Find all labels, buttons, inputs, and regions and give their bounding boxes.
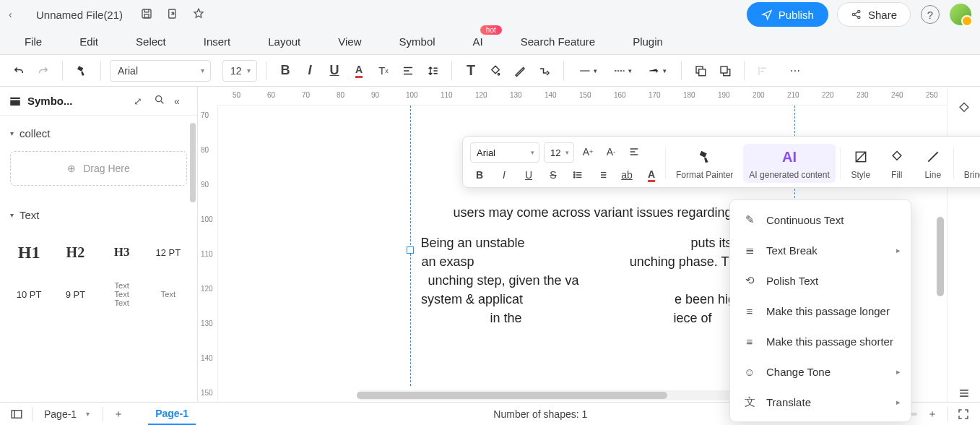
guide-left[interactable] <box>410 106 411 386</box>
menu-plugin[interactable]: Plugin <box>633 35 663 48</box>
float-line[interactable]: Line <box>917 147 949 180</box>
send-back-button[interactable] <box>715 61 735 81</box>
ai-make-shorter[interactable]: ≡Make this passage shorter <box>730 326 911 356</box>
panel-scrollbar[interactable] <box>190 123 196 202</box>
float-fill[interactable]: Fill <box>881 147 913 180</box>
publish-button[interactable]: Publish <box>747 2 828 27</box>
ai-text-break[interactable]: ≣Text Break▸ <box>730 235 911 265</box>
clear-format-button[interactable]: Tx <box>373 61 394 81</box>
float-size-select[interactable]: 12 <box>544 142 574 163</box>
text-tool-button[interactable]: T <box>461 61 481 81</box>
plus-icon: ⊕ <box>67 163 76 174</box>
float-italic[interactable]: I <box>495 166 513 184</box>
float-align[interactable] <box>625 142 643 161</box>
menu-symbol[interactable]: Symbol <box>399 35 435 48</box>
redo-button[interactable] <box>33 61 53 81</box>
line-dash-button[interactable]: ▾ <box>607 61 638 81</box>
ai-translate[interactable]: 文Translate▸ <box>730 387 911 417</box>
text-h3[interactable]: H3 <box>100 233 144 272</box>
ai-make-longer[interactable]: ≡Make this passage longer <box>730 296 911 326</box>
ruler-vertical: 708090100110120130140150 <box>198 106 218 402</box>
share-button[interactable]: Share <box>837 2 911 27</box>
align-button[interactable] <box>398 61 418 81</box>
text-stack[interactable]: Text Text Text <box>100 275 144 314</box>
ai-change-tone[interactable]: ☺Change Tone▸ <box>730 356 911 387</box>
text-10pt[interactable]: 10 PT <box>7 275 51 314</box>
panel-search-icon[interactable] <box>154 94 168 108</box>
rail-fill-icon[interactable] <box>955 100 973 117</box>
float-case[interactable]: ab <box>617 166 636 184</box>
format-painter-button[interactable] <box>71 61 92 81</box>
menu-layout[interactable]: Layout <box>268 35 300 48</box>
line-style-button[interactable]: ▾ <box>573 61 603 81</box>
menu-file[interactable]: File <box>25 35 42 48</box>
more-tools-button[interactable]: ⋯ <box>785 61 805 81</box>
float-strike[interactable]: S <box>544 166 563 184</box>
page-tab-active[interactable]: Page-1 <box>148 403 196 425</box>
menu-edit[interactable]: Edit <box>79 35 98 48</box>
float-ai-content[interactable]: AI AI generated content <box>743 144 835 183</box>
italic-button[interactable]: I <box>300 61 320 81</box>
vertical-scrollbar[interactable] <box>937 217 944 296</box>
export-icon[interactable] <box>166 7 179 22</box>
undo-button[interactable] <box>9 61 29 81</box>
ai-continuous-text[interactable]: ✎Continuous Text <box>730 205 911 235</box>
panel-collapse-icon[interactable]: « <box>174 95 188 107</box>
document-text[interactable]: users may come across variant issues reg… <box>420 203 781 328</box>
text-9pt[interactable]: 9 PT <box>53 275 97 314</box>
back-button[interactable]: ‹ <box>9 9 23 20</box>
float-bullets[interactable] <box>568 166 587 184</box>
float-decrease-font[interactable]: A- <box>602 142 620 161</box>
ai-polish-text[interactable]: ⟲Polish Text <box>730 265 911 296</box>
menu-select[interactable]: Select <box>136 35 166 48</box>
float-font-select[interactable]: Arial <box>470 142 539 163</box>
star-icon[interactable] <box>192 7 205 22</box>
menu-insert[interactable]: Insert <box>204 35 231 48</box>
zoom-in-button[interactable]: ＋ <box>924 406 940 422</box>
float-style[interactable]: Style <box>845 147 877 180</box>
float-format-painter[interactable]: Format Painter <box>670 147 739 180</box>
connector-button[interactable] <box>534 61 555 81</box>
rail-list-icon[interactable] <box>955 385 973 402</box>
menu-search-feature[interactable]: Search Feature <box>521 35 595 48</box>
selection-handle-left[interactable] <box>407 246 414 254</box>
panel-expand-icon[interactable]: ⤢ <box>134 95 148 107</box>
font-size-select[interactable]: 12 <box>222 60 257 82</box>
fullscreen-button[interactable] <box>955 406 971 422</box>
align-objects-button[interactable] <box>753 61 773 81</box>
shapes-count: Number of shapes: 1 <box>493 408 587 420</box>
text-color-button[interactable]: A <box>349 61 369 81</box>
doc-line-1: users may come across variant issues reg… <box>420 203 781 222</box>
section-collect[interactable]: collect <box>0 116 197 147</box>
section-text[interactable]: Text <box>0 197 197 228</box>
panel-title: Symbo... <box>27 95 128 107</box>
outline-toggle[interactable] <box>9 406 25 422</box>
float-text-color[interactable]: A <box>642 166 661 184</box>
underline-button[interactable]: U <box>324 61 344 81</box>
horizontal-scrollbar[interactable] <box>357 390 745 400</box>
float-bring-front[interactable]: Bring to Front <box>958 147 980 180</box>
avatar[interactable] <box>950 4 971 25</box>
text-h2[interactable]: H2 <box>53 233 97 272</box>
drag-here-box[interactable]: ⊕ Drag Here <box>10 151 187 186</box>
help-icon[interactable]: ? <box>921 5 940 24</box>
bold-button[interactable]: B <box>275 61 295 81</box>
menu-ai[interactable]: AIhot <box>473 35 483 48</box>
text-small[interactable]: Text <box>147 275 190 314</box>
font-select[interactable]: Arial <box>110 60 211 82</box>
float-increase-font[interactable]: A+ <box>578 142 597 161</box>
float-numbers[interactable] <box>593 166 612 184</box>
save-icon[interactable] <box>140 7 153 22</box>
line-color-button[interactable] <box>510 61 530 81</box>
float-bold[interactable]: B <box>470 166 489 184</box>
bring-front-button[interactable] <box>690 61 711 81</box>
arrow-style-button[interactable]: ▾ <box>642 61 672 81</box>
text-h1[interactable]: H1 <box>7 233 51 272</box>
menu-view[interactable]: View <box>338 35 361 48</box>
add-page-button[interactable]: ＋ <box>110 406 126 422</box>
page-select[interactable]: Page-1 <box>40 405 95 423</box>
line-spacing-button[interactable] <box>422 61 443 81</box>
text-12pt[interactable]: 12 PT <box>147 233 190 272</box>
float-underline[interactable]: U <box>519 166 538 184</box>
fill-button[interactable] <box>485 61 506 81</box>
